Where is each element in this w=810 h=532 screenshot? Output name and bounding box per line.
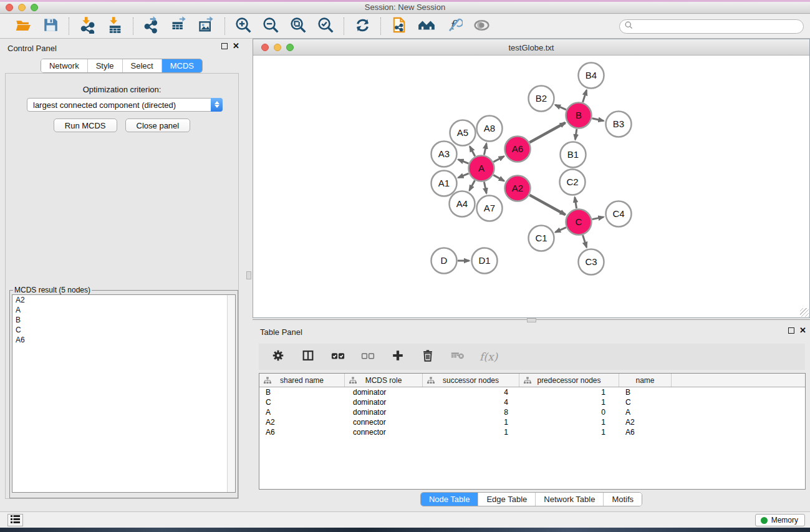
- tab-edge-table[interactable]: Edge Table: [478, 493, 535, 506]
- export-image-button[interactable]: [197, 17, 216, 36]
- table-cell[interactable]: connector: [345, 428, 423, 437]
- graph-edge[interactable]: [583, 235, 587, 248]
- column-header-name[interactable]: name: [619, 374, 672, 387]
- select-all-columns-button[interactable]: [330, 349, 346, 365]
- zoom-fit-button[interactable]: [289, 17, 307, 36]
- task-history-button[interactable]: [7, 514, 23, 526]
- table-cell[interactable]: 1: [519, 418, 619, 427]
- table-row[interactable]: Adominator80A: [259, 407, 805, 417]
- import-network-button[interactable]: [78, 17, 97, 36]
- splitter-handle[interactable]: [246, 271, 251, 279]
- graph-node[interactable]: A7: [477, 196, 503, 221]
- mcds-result-list[interactable]: A2ABCA6: [12, 294, 236, 493]
- table-cell[interactable]: 8: [423, 408, 519, 417]
- table-cell[interactable]: A: [259, 408, 345, 417]
- table-cell[interactable]: C: [619, 398, 672, 407]
- graph-node[interactable]: A6: [505, 137, 531, 162]
- delete-table-button[interactable]: [450, 349, 466, 365]
- horizontal-splitter[interactable]: [253, 318, 810, 322]
- graph-edge[interactable]: [583, 90, 587, 102]
- graph-edge[interactable]: [493, 157, 504, 162]
- table-cell[interactable]: A6: [619, 428, 672, 437]
- graph-node[interactable]: A: [469, 156, 494, 181]
- import-table-button[interactable]: [105, 17, 124, 36]
- splitter-handle[interactable]: [527, 318, 536, 322]
- table-cell[interactable]: A6: [259, 428, 345, 437]
- column-header-successor-nodes[interactable]: successor nodes: [423, 374, 519, 387]
- table-cell[interactable]: connector: [345, 418, 423, 427]
- graph-edge[interactable]: [575, 197, 577, 208]
- float-panel-icon[interactable]: [221, 43, 228, 49]
- graph-node[interactable]: C4: [606, 201, 632, 227]
- graphics-details-button[interactable]: f: [445, 17, 463, 36]
- graph-edge[interactable]: [470, 147, 475, 157]
- table-cell[interactable]: A: [619, 408, 672, 417]
- table-row[interactable]: Cdominator41C: [259, 397, 805, 407]
- tab-select[interactable]: Select: [122, 59, 162, 72]
- graph-node[interactable]: A3: [432, 142, 457, 167]
- graph-edge[interactable]: [555, 228, 566, 233]
- table-cell[interactable]: 4: [423, 398, 519, 407]
- graph-node[interactable]: B3: [606, 112, 632, 137]
- table-cell[interactable]: dominator: [345, 408, 423, 417]
- table-row[interactable]: A6connector11A6: [259, 427, 805, 437]
- column-header-mcds-role[interactable]: MCDS role: [345, 374, 423, 387]
- graph-edge[interactable]: [592, 217, 604, 220]
- graph-edge[interactable]: [529, 195, 565, 215]
- mcds-result-item[interactable]: A: [12, 305, 235, 315]
- tab-mcds[interactable]: MCDS: [162, 59, 202, 72]
- unselect-all-columns-button[interactable]: [360, 349, 376, 365]
- mcds-result-item[interactable]: A6: [12, 335, 235, 345]
- graph-node[interactable]: D1: [472, 248, 498, 274]
- tab-motifs[interactable]: Motifs: [603, 493, 642, 506]
- export-network-button[interactable]: [142, 17, 161, 36]
- scrollbar-track[interactable]: [227, 295, 235, 492]
- column-header-shared-name[interactable]: shared name: [259, 374, 345, 387]
- graph-node[interactable]: B1: [561, 142, 586, 168]
- vertical-splitter[interactable]: [243, 39, 253, 511]
- search-input[interactable]: [634, 21, 803, 32]
- window-resize-grip[interactable]: [800, 308, 809, 317]
- column-view-button[interactable]: [300, 349, 316, 365]
- zoom-in-button[interactable]: [234, 17, 253, 36]
- graph-node[interactable]: C3: [579, 249, 604, 275]
- open-session-button[interactable]: [14, 17, 32, 36]
- table-cell[interactable]: 4: [423, 388, 519, 397]
- graph-edge[interactable]: [493, 175, 504, 181]
- graph-edge[interactable]: [458, 173, 469, 178]
- tab-style[interactable]: Style: [87, 59, 122, 72]
- graph-edge[interactable]: [484, 182, 486, 193]
- graph-node[interactable]: C2: [560, 170, 586, 195]
- graph-node[interactable]: C1: [529, 226, 554, 251]
- export-table-button[interactable]: [170, 17, 188, 36]
- table-cell[interactable]: C: [259, 398, 345, 407]
- graph-node[interactable]: D: [432, 248, 457, 274]
- graph-node[interactable]: A1: [432, 171, 457, 196]
- graph-node[interactable]: A5: [450, 120, 476, 146]
- new-network-from-selection-button[interactable]: [390, 17, 408, 36]
- graph-node[interactable]: C: [566, 210, 592, 235]
- table-cell[interactable]: 1: [519, 398, 619, 407]
- close-panel-button[interactable]: Close panel: [125, 118, 191, 132]
- graph-edge[interactable]: [555, 105, 566, 110]
- mcds-result-item[interactable]: B: [12, 315, 235, 325]
- table-cell[interactable]: 1: [423, 418, 519, 427]
- apply-layout-button[interactable]: [353, 17, 372, 36]
- memory-button[interactable]: Memory: [755, 514, 805, 526]
- function-builder-button[interactable]: f(x): [480, 351, 498, 363]
- table-cell[interactable]: A2: [619, 418, 672, 427]
- table-cell[interactable]: 1: [519, 388, 619, 397]
- run-mcds-button[interactable]: Run MCDS: [54, 118, 117, 132]
- graph-edge[interactable]: [470, 180, 475, 190]
- table-cell[interactable]: 0: [519, 408, 619, 417]
- graph-node[interactable]: B: [566, 103, 592, 128]
- home-button[interactable]: [417, 17, 436, 36]
- graph-edge[interactable]: [529, 123, 565, 143]
- table-row[interactable]: A2connector11A2: [259, 417, 805, 427]
- table-row[interactable]: Bdominator41B: [259, 387, 805, 397]
- graph-node[interactable]: A8: [477, 116, 503, 142]
- float-panel-icon[interactable]: [788, 327, 794, 334]
- graph-edge[interactable]: [484, 143, 486, 155]
- table-cell[interactable]: dominator: [345, 388, 423, 397]
- graph-edge[interactable]: [575, 129, 576, 140]
